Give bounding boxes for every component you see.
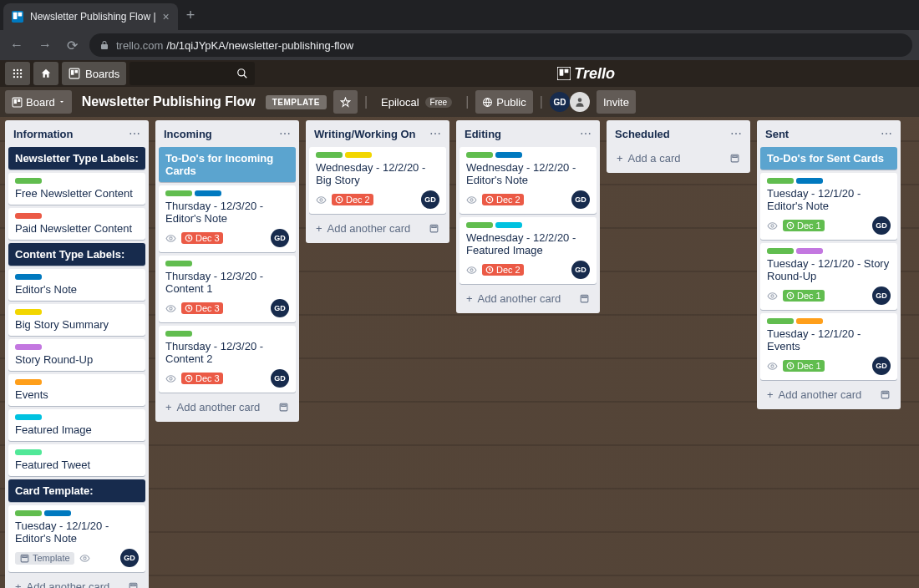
label-green[interactable] xyxy=(165,331,192,337)
visibility-button[interactable]: Public xyxy=(475,90,532,114)
list-title[interactable]: Editing xyxy=(465,128,501,140)
add-card-button[interactable]: +Add another card xyxy=(159,396,296,418)
board-view-switcher[interactable]: Board xyxy=(5,90,72,114)
home-button[interactable] xyxy=(33,62,58,85)
label-orange[interactable] xyxy=(15,379,42,385)
search-box[interactable] xyxy=(129,62,255,85)
label-green[interactable] xyxy=(466,152,493,158)
address-bar[interactable]: trello.com/b/1qiJYpKA/newsletter-publish… xyxy=(89,33,912,57)
card-member[interactable]: GD xyxy=(271,299,289,317)
label-purple[interactable] xyxy=(796,248,823,254)
template-icon[interactable] xyxy=(729,153,740,164)
add-card-button[interactable]: +Add another card xyxy=(8,575,145,588)
list-menu-button[interactable]: ⋯ xyxy=(881,127,892,140)
label-green[interactable] xyxy=(466,222,493,228)
card-member[interactable]: GD xyxy=(872,357,891,375)
card[interactable]: Tuesday - 12/1/20 - Editor's NoteDec 1GD xyxy=(760,173,897,240)
list-title[interactable]: Information xyxy=(13,128,74,140)
card[interactable]: Big Story Summary xyxy=(8,304,145,336)
due-badge[interactable]: Dec 3 xyxy=(181,302,223,314)
due-badge[interactable]: Dec 1 xyxy=(783,290,825,302)
list-title[interactable]: Writing/Working On xyxy=(314,128,416,140)
card-member[interactable]: GD xyxy=(271,229,289,247)
card[interactable]: Thursday - 12/3/20 - Content 2Dec 3GD xyxy=(159,326,296,393)
reload-button[interactable]: ⟳ xyxy=(63,34,81,57)
star-button[interactable] xyxy=(333,90,358,114)
card-member[interactable]: GD xyxy=(872,286,891,305)
label-yellow[interactable] xyxy=(345,152,372,158)
label-sky[interactable] xyxy=(495,222,522,228)
apps-button[interactable] xyxy=(5,62,30,85)
label-green[interactable] xyxy=(165,190,192,196)
card-member[interactable]: GD xyxy=(421,190,439,209)
add-card-button[interactable]: +Add another card xyxy=(309,217,446,240)
back-button[interactable]: ← xyxy=(7,34,27,56)
list-menu-button[interactable]: ⋯ xyxy=(129,127,140,140)
template-icon[interactable] xyxy=(128,581,139,588)
label-blue[interactable] xyxy=(44,510,71,516)
list-title[interactable]: Scheduled xyxy=(615,128,670,140)
list-menu-button[interactable]: ⋯ xyxy=(279,127,291,140)
label-green[interactable] xyxy=(165,261,192,266)
label-blue[interactable] xyxy=(796,178,823,184)
card[interactable]: Featured Image xyxy=(8,409,145,441)
forward-button[interactable]: → xyxy=(35,34,55,56)
label-green[interactable] xyxy=(767,248,794,254)
add-card-button[interactable]: +Add a card xyxy=(610,147,747,170)
template-icon[interactable] xyxy=(579,293,590,304)
member-avatar[interactable]: GD xyxy=(550,92,570,112)
invite-button[interactable]: Invite xyxy=(597,90,636,114)
card[interactable]: Wednesday - 12/2/20 - Featured ImageDec … xyxy=(460,217,597,284)
list-menu-button[interactable]: ⋯ xyxy=(580,127,592,140)
list-title[interactable]: Incoming xyxy=(164,128,212,140)
label-lime[interactable] xyxy=(15,449,42,455)
due-badge[interactable]: Dec 1 xyxy=(783,220,825,231)
template-icon[interactable] xyxy=(429,223,439,234)
card[interactable]: Tuesday - 12/1/20 - Story Round-UpDec 1G… xyxy=(760,243,897,310)
card-member[interactable]: GD xyxy=(571,261,590,279)
board-title[interactable]: Newsletter Publishing Flow xyxy=(79,94,259,109)
template-icon[interactable] xyxy=(278,402,289,413)
card[interactable]: Story Round-Up xyxy=(8,339,145,371)
card[interactable]: Tuesday - 12/1/20 - Editor's NoteTemplat… xyxy=(8,505,145,572)
card-member[interactable]: GD xyxy=(120,549,139,567)
card[interactable]: Featured Tweet xyxy=(8,444,145,476)
card[interactable]: Newsletter Type Labels: xyxy=(8,147,145,170)
label-green[interactable] xyxy=(316,152,343,158)
label-purple[interactable] xyxy=(15,344,42,350)
add-card-button[interactable]: +Add another card xyxy=(760,383,897,406)
add-card-button[interactable]: +Add another card xyxy=(460,287,597,310)
card[interactable]: Paid Newsletter Content xyxy=(8,208,145,240)
card[interactable]: Editor's Note xyxy=(8,269,145,301)
card[interactable]: Wednesday - 12/2/20 - Big StoryDec 2GD xyxy=(309,147,446,214)
list-menu-button[interactable]: ⋯ xyxy=(730,127,742,140)
due-badge[interactable]: Dec 2 xyxy=(332,194,373,205)
template-icon[interactable] xyxy=(880,389,891,400)
card-member[interactable]: GD xyxy=(872,216,891,235)
card[interactable]: Card Template: xyxy=(8,479,145,502)
boards-button[interactable]: Boards xyxy=(62,62,126,85)
label-orange[interactable] xyxy=(796,318,823,324)
label-green[interactable] xyxy=(15,178,42,184)
new-tab-button[interactable]: + xyxy=(178,7,204,24)
label-green[interactable] xyxy=(767,178,794,184)
member-avatar-2[interactable] xyxy=(570,92,590,112)
label-blue[interactable] xyxy=(495,152,522,158)
due-badge[interactable]: Dec 1 xyxy=(783,360,825,372)
label-green[interactable] xyxy=(767,318,794,324)
label-red[interactable] xyxy=(15,213,42,219)
label-green[interactable] xyxy=(15,510,42,516)
due-badge[interactable]: Dec 2 xyxy=(482,264,524,276)
card[interactable]: Tuesday - 12/1/20 - EventsDec 1GD xyxy=(760,313,897,380)
label-sky[interactable] xyxy=(15,414,42,420)
close-tab-icon[interactable]: × xyxy=(163,10,170,23)
card[interactable]: Content Type Labels: xyxy=(8,243,145,266)
list-title[interactable]: Sent xyxy=(765,128,789,140)
card[interactable]: Free Newsletter Content xyxy=(8,173,145,205)
card[interactable]: Thursday - 12/3/20 - Editor's NoteDec 3G… xyxy=(159,185,296,252)
card[interactable]: Thursday - 12/3/20 - Content 1Dec 3GD xyxy=(159,256,296,322)
trello-logo[interactable]: Trello xyxy=(258,65,914,83)
card-member[interactable]: GD xyxy=(271,369,289,388)
card[interactable]: Events xyxy=(8,374,145,406)
label-blue[interactable] xyxy=(15,274,42,280)
